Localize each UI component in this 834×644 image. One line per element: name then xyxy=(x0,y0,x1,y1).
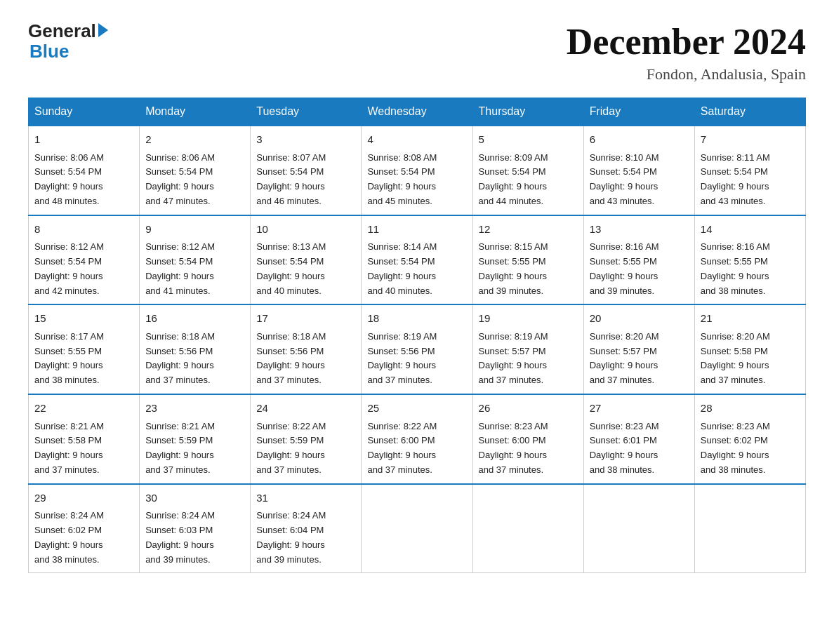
day-number: 27 xyxy=(590,401,689,417)
day-number: 3 xyxy=(256,132,355,148)
table-row: 5Sunrise: 8:09 AMSunset: 5:54 PMDaylight… xyxy=(472,126,583,215)
table-row: 21Sunrise: 8:20 AMSunset: 5:58 PMDayligh… xyxy=(694,304,805,394)
day-number: 20 xyxy=(590,311,689,327)
table-row: 8Sunrise: 8:12 AMSunset: 5:54 PMDaylight… xyxy=(29,215,140,305)
month-year-title: December 2024 xyxy=(567,21,806,62)
day-number: 24 xyxy=(256,401,355,417)
day-number: 29 xyxy=(34,490,133,507)
table-row: 17Sunrise: 8:18 AMSunset: 5:56 PMDayligh… xyxy=(251,304,362,394)
day-number: 16 xyxy=(145,311,244,327)
table-row xyxy=(583,484,694,573)
col-friday: Friday xyxy=(583,98,694,126)
cell-info: Sunrise: 8:07 AMSunset: 5:54 PMDaylight:… xyxy=(256,151,355,209)
day-number: 26 xyxy=(479,401,578,417)
cell-info: Sunrise: 8:23 AMSunset: 6:02 PMDaylight:… xyxy=(701,420,800,478)
logo: General Blue xyxy=(28,21,108,61)
day-number: 2 xyxy=(145,132,244,148)
cell-info: Sunrise: 8:21 AMSunset: 5:59 PMDaylight:… xyxy=(145,420,244,478)
col-thursday: Thursday xyxy=(472,98,583,126)
table-row: 27Sunrise: 8:23 AMSunset: 6:01 PMDayligh… xyxy=(583,394,694,484)
table-row xyxy=(694,484,805,573)
day-number: 30 xyxy=(145,490,244,507)
page-header: General Blue December 2024 Fondon, Andal… xyxy=(28,21,806,83)
cell-info: Sunrise: 8:14 AMSunset: 5:54 PMDaylight:… xyxy=(367,240,466,298)
table-row: 22Sunrise: 8:21 AMSunset: 5:58 PMDayligh… xyxy=(29,394,140,484)
cell-info: Sunrise: 8:06 AMSunset: 5:54 PMDaylight:… xyxy=(145,151,244,209)
table-row: 12Sunrise: 8:15 AMSunset: 5:55 PMDayligh… xyxy=(472,215,583,305)
day-number: 21 xyxy=(701,311,800,327)
cell-info: Sunrise: 8:22 AMSunset: 5:59 PMDaylight:… xyxy=(256,420,355,478)
location-subtitle: Fondon, Andalusia, Spain xyxy=(567,65,806,83)
day-number: 23 xyxy=(145,401,244,417)
col-tuesday: Tuesday xyxy=(251,98,362,126)
logo-arrow-icon xyxy=(98,23,108,37)
table-row: 18Sunrise: 8:19 AMSunset: 5:56 PMDayligh… xyxy=(362,304,472,394)
day-number: 13 xyxy=(590,222,689,238)
cell-info: Sunrise: 8:21 AMSunset: 5:58 PMDaylight:… xyxy=(34,420,133,478)
cell-info: Sunrise: 8:22 AMSunset: 6:00 PMDaylight:… xyxy=(367,420,466,478)
calendar-table: Sunday Monday Tuesday Wednesday Thursday… xyxy=(28,98,806,573)
cell-info: Sunrise: 8:20 AMSunset: 5:58 PMDaylight:… xyxy=(701,330,800,388)
cell-info: Sunrise: 8:11 AMSunset: 5:54 PMDaylight:… xyxy=(701,151,800,209)
table-row: 31Sunrise: 8:24 AMSunset: 6:04 PMDayligh… xyxy=(251,484,362,573)
table-row: 16Sunrise: 8:18 AMSunset: 5:56 PMDayligh… xyxy=(140,304,251,394)
table-row: 11Sunrise: 8:14 AMSunset: 5:54 PMDayligh… xyxy=(362,215,472,305)
table-row: 7Sunrise: 8:11 AMSunset: 5:54 PMDaylight… xyxy=(694,126,805,215)
col-wednesday: Wednesday xyxy=(362,98,472,126)
day-number: 22 xyxy=(34,401,133,417)
cell-info: Sunrise: 8:24 AMSunset: 6:02 PMDaylight:… xyxy=(34,509,133,567)
cell-info: Sunrise: 8:10 AMSunset: 5:54 PMDaylight:… xyxy=(590,151,689,209)
day-number: 4 xyxy=(367,132,466,148)
cell-info: Sunrise: 8:12 AMSunset: 5:54 PMDaylight:… xyxy=(145,240,244,298)
table-row: 20Sunrise: 8:20 AMSunset: 5:57 PMDayligh… xyxy=(583,304,694,394)
col-sunday: Sunday xyxy=(29,98,140,126)
table-row: 15Sunrise: 8:17 AMSunset: 5:55 PMDayligh… xyxy=(29,304,140,394)
cell-info: Sunrise: 8:24 AMSunset: 6:04 PMDaylight:… xyxy=(256,509,355,567)
day-number: 5 xyxy=(479,132,578,148)
cell-info: Sunrise: 8:18 AMSunset: 5:56 PMDaylight:… xyxy=(256,330,355,388)
title-block: December 2024 Fondon, Andalusia, Spain xyxy=(567,21,806,83)
cell-info: Sunrise: 8:23 AMSunset: 6:00 PMDaylight:… xyxy=(479,420,578,478)
cell-info: Sunrise: 8:20 AMSunset: 5:57 PMDaylight:… xyxy=(590,330,689,388)
cell-info: Sunrise: 8:24 AMSunset: 6:03 PMDaylight:… xyxy=(145,509,244,567)
cell-info: Sunrise: 8:17 AMSunset: 5:55 PMDaylight:… xyxy=(34,330,133,388)
day-number: 17 xyxy=(256,311,355,327)
cell-info: Sunrise: 8:23 AMSunset: 6:01 PMDaylight:… xyxy=(590,420,689,478)
cell-info: Sunrise: 8:09 AMSunset: 5:54 PMDaylight:… xyxy=(479,151,578,209)
table-row: 25Sunrise: 8:22 AMSunset: 6:00 PMDayligh… xyxy=(362,394,472,484)
cell-info: Sunrise: 8:19 AMSunset: 5:57 PMDaylight:… xyxy=(479,330,578,388)
day-number: 12 xyxy=(479,222,578,238)
cell-info: Sunrise: 8:13 AMSunset: 5:54 PMDaylight:… xyxy=(256,240,355,298)
table-row: 1Sunrise: 8:06 AMSunset: 5:54 PMDaylight… xyxy=(29,126,140,215)
day-number: 14 xyxy=(701,222,800,238)
calendar-week-row: 22Sunrise: 8:21 AMSunset: 5:58 PMDayligh… xyxy=(29,394,806,484)
day-number: 1 xyxy=(34,132,133,148)
cell-info: Sunrise: 8:19 AMSunset: 5:56 PMDaylight:… xyxy=(367,330,466,388)
table-row: 26Sunrise: 8:23 AMSunset: 6:00 PMDayligh… xyxy=(472,394,583,484)
table-row: 30Sunrise: 8:24 AMSunset: 6:03 PMDayligh… xyxy=(140,484,251,573)
cell-info: Sunrise: 8:06 AMSunset: 5:54 PMDaylight:… xyxy=(34,151,133,209)
cell-info: Sunrise: 8:12 AMSunset: 5:54 PMDaylight:… xyxy=(34,240,133,298)
table-row: 28Sunrise: 8:23 AMSunset: 6:02 PMDayligh… xyxy=(694,394,805,484)
logo-blue: Blue xyxy=(29,41,108,62)
cell-info: Sunrise: 8:16 AMSunset: 5:55 PMDaylight:… xyxy=(701,240,800,298)
table-row: 29Sunrise: 8:24 AMSunset: 6:02 PMDayligh… xyxy=(29,484,140,573)
day-number: 15 xyxy=(34,311,133,327)
day-number: 10 xyxy=(256,222,355,238)
table-row: 13Sunrise: 8:16 AMSunset: 5:55 PMDayligh… xyxy=(583,215,694,305)
table-row: 23Sunrise: 8:21 AMSunset: 5:59 PMDayligh… xyxy=(140,394,251,484)
table-row: 10Sunrise: 8:13 AMSunset: 5:54 PMDayligh… xyxy=(251,215,362,305)
day-number: 25 xyxy=(367,401,466,417)
day-number: 18 xyxy=(367,311,466,327)
table-row: 9Sunrise: 8:12 AMSunset: 5:54 PMDaylight… xyxy=(140,215,251,305)
day-number: 6 xyxy=(590,132,689,148)
day-number: 31 xyxy=(256,490,355,507)
calendar-week-row: 29Sunrise: 8:24 AMSunset: 6:02 PMDayligh… xyxy=(29,484,806,573)
calendar-week-row: 1Sunrise: 8:06 AMSunset: 5:54 PMDaylight… xyxy=(29,126,806,215)
table-row xyxy=(472,484,583,573)
table-row: 19Sunrise: 8:19 AMSunset: 5:57 PMDayligh… xyxy=(472,304,583,394)
table-row: 2Sunrise: 8:06 AMSunset: 5:54 PMDaylight… xyxy=(140,126,251,215)
table-row: 4Sunrise: 8:08 AMSunset: 5:54 PMDaylight… xyxy=(362,126,472,215)
day-number: 19 xyxy=(479,311,578,327)
calendar-header-row: Sunday Monday Tuesday Wednesday Thursday… xyxy=(29,98,806,126)
